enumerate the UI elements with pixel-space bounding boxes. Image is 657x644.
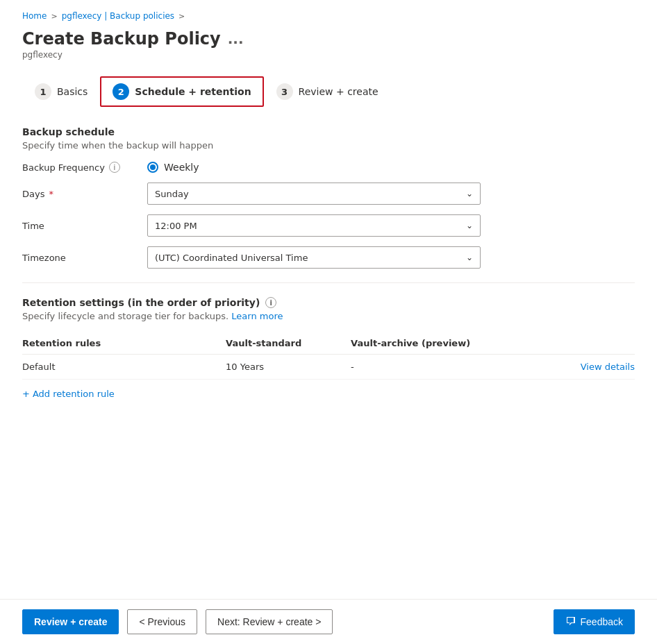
col-action (504, 332, 635, 355)
timezone-chevron-icon: ⌄ (466, 253, 473, 262)
page-subtitle: pgflexecy (22, 50, 635, 60)
frequency-info-icon[interactable]: i (109, 162, 120, 173)
retention-table: Retention rules Vault-standard Vault-arc… (22, 332, 635, 380)
timezone-dropdown[interactable]: (UTC) Coordinated Universal Time ⌄ (147, 246, 481, 269)
retention-settings-title: Retention settings (in the order of prio… (22, 297, 260, 308)
days-group: Days * Sunday ⌄ (22, 183, 635, 205)
breadcrumb-sep1: > (51, 12, 57, 21)
row-vault-standard: 10 Years (212, 355, 351, 380)
backup-frequency-label: Backup Frequency i (22, 162, 147, 173)
backup-schedule-subtitle: Specify time when the backup will happen (22, 140, 635, 151)
time-chevron-icon: ⌄ (466, 221, 473, 230)
table-row: Default 10 Years - View details (22, 355, 635, 380)
days-required: * (49, 189, 53, 199)
more-options-icon[interactable]: ... (228, 31, 244, 47)
col-vault-archive: Vault-archive (preview) (351, 332, 504, 355)
step-basics-label: Basics (57, 86, 88, 97)
backup-schedule-title: Backup schedule (22, 126, 635, 137)
previous-button[interactable]: < Previous (127, 609, 197, 634)
timezone-label: Timezone (22, 253, 147, 263)
weekly-label: Weekly (164, 162, 199, 173)
section-divider (22, 282, 635, 283)
backup-schedule-section: Backup schedule Specify time when the ba… (22, 126, 635, 269)
breadcrumb-sep2: > (178, 12, 185, 21)
backup-frequency-group: Backup Frequency i Weekly (22, 162, 635, 173)
page-title: Create Backup Policy (22, 29, 221, 49)
next-button[interactable]: Next: Review + create > (206, 609, 333, 634)
breadcrumb: Home > pgflexecy | Backup policies > (22, 11, 635, 21)
col-retention-rules: Retention rules (22, 332, 212, 355)
footer-bar: Review + create < Previous Next: Review … (0, 599, 657, 644)
step-review-number: 3 (276, 83, 293, 100)
view-details-link[interactable]: View details (581, 362, 635, 372)
breadcrumb-home[interactable]: Home (22, 11, 47, 21)
timezone-group: Timezone (UTC) Coordinated Universal Tim… (22, 246, 635, 269)
step-schedule-label: Schedule + retention (135, 86, 251, 97)
timezone-value: (UTC) Coordinated Universal Time (155, 253, 308, 263)
row-action: View details (504, 355, 635, 380)
col-vault-standard: Vault-standard (212, 332, 351, 355)
retention-settings-subtitle: Specify lifecycle and storage tier for b… (22, 311, 635, 321)
time-value: 12:00 PM (155, 221, 197, 231)
add-rule-icon: + (22, 389, 30, 399)
step-schedule-number: 2 (113, 83, 129, 100)
step-schedule-retention[interactable]: 2 Schedule + retention (100, 76, 263, 107)
retention-settings-section: Retention settings (in the order of prio… (22, 297, 635, 399)
review-create-button[interactable]: Review + create (22, 609, 119, 634)
step-review-create[interactable]: 3 Review + create (264, 76, 391, 107)
retention-info-icon[interactable]: i (265, 297, 276, 308)
time-dropdown[interactable]: 12:00 PM ⌄ (147, 214, 481, 237)
row-rule-name: Default (22, 355, 212, 380)
add-rule-label: Add retention rule (33, 389, 115, 399)
add-retention-rule-link[interactable]: + Add retention rule (22, 389, 115, 399)
feedback-icon (565, 616, 576, 629)
breadcrumb-policies[interactable]: pgflexecy | Backup policies (62, 11, 174, 21)
page-title-container: Create Backup Policy ... (22, 29, 635, 49)
steps-bar: 1 Basics 2 Schedule + retention 3 Review… (22, 76, 635, 107)
time-label: Time (22, 221, 147, 231)
time-group: Time 12:00 PM ⌄ (22, 214, 635, 237)
learn-more-link[interactable]: Learn more (231, 311, 283, 321)
days-chevron-icon: ⌄ (466, 189, 473, 198)
retention-settings-header: Retention settings (in the order of prio… (22, 297, 635, 308)
feedback-button[interactable]: Feedback (554, 609, 635, 634)
weekly-radio[interactable] (147, 162, 158, 173)
backup-frequency-radio: Weekly (147, 162, 199, 173)
step-basics-number: 1 (35, 83, 51, 100)
days-dropdown[interactable]: Sunday ⌄ (147, 183, 481, 205)
step-basics[interactable]: 1 Basics (22, 76, 100, 107)
days-label: Days * (22, 189, 147, 199)
row-vault-archive: - (351, 355, 504, 380)
feedback-label: Feedback (581, 616, 623, 627)
days-value: Sunday (155, 189, 189, 199)
step-review-label: Review + create (299, 86, 379, 97)
table-header-row: Retention rules Vault-standard Vault-arc… (22, 332, 635, 355)
